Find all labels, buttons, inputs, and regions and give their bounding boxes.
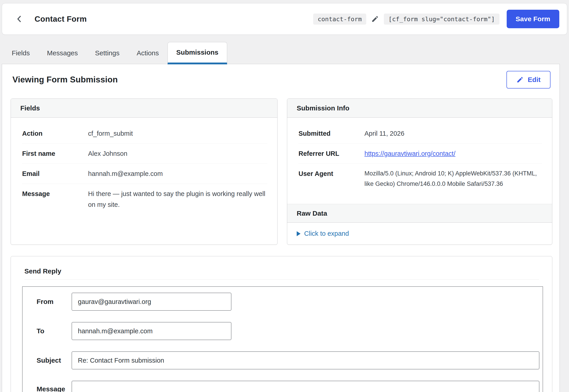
field-row-email: Email hannah.m@example.com	[22, 164, 267, 184]
pencil-icon	[371, 15, 379, 23]
reply-row-to: To	[37, 322, 540, 340]
raw-data-expand-toggle[interactable]: Click to expand	[297, 230, 349, 237]
to-label: To	[37, 327, 71, 335]
expand-label: Click to expand	[304, 230, 349, 237]
pencil-icon	[516, 76, 524, 83]
fields-card: Fields Action cf_form_submit First name …	[11, 98, 278, 245]
field-value: Hi there — just wanted to say the plugin…	[88, 188, 267, 210]
from-input[interactable]	[71, 293, 231, 311]
reply-row-from: From	[37, 293, 540, 311]
send-reply-title: Send Reply	[11, 256, 552, 276]
field-label: Message	[22, 188, 88, 210]
info-row-user-agent: User Agent Mozilla/5.0 (Linux; Android 1…	[299, 164, 542, 194]
message-textarea[interactable]	[71, 381, 540, 392]
submissions-panel: Viewing Form Submission Edit Fields Acti…	[2, 64, 560, 392]
field-value: hannah.m@example.com	[88, 168, 267, 179]
field-row-first-name: First name Alex Johnson	[22, 144, 267, 164]
edit-button-label: Edit	[528, 76, 541, 84]
submission-info-title: Submission Info	[287, 99, 552, 118]
field-value: cf_form_submit	[88, 128, 267, 139]
submission-cards: Fields Action cf_form_submit First name …	[11, 98, 552, 245]
from-label: From	[37, 298, 71, 306]
tab-actions[interactable]: Actions	[128, 42, 167, 64]
fields-card-title: Fields	[11, 99, 277, 118]
chevron-left-icon	[15, 14, 24, 24]
content-header: Viewing Form Submission Edit	[2, 64, 559, 88]
edit-submission-button[interactable]: Edit	[506, 71, 551, 88]
save-form-button[interactable]: Save Form	[507, 10, 559, 28]
edit-slug-button[interactable]	[371, 15, 379, 23]
field-label: First name	[22, 148, 88, 159]
tab-settings[interactable]: Settings	[86, 42, 128, 64]
subject-input[interactable]	[71, 351, 540, 369]
info-row-referrer: Referrer URL https://gauravtiwari.org/co…	[299, 144, 542, 164]
field-label: Action	[22, 128, 88, 139]
header-actions: contact-form [cf_form slug="contact-form…	[313, 10, 559, 28]
shortcode-badge: [cf_form slug="contact-form"]	[384, 14, 499, 25]
tab-fields[interactable]: Fields	[3, 42, 38, 64]
info-label: Submitted	[299, 128, 364, 139]
reply-form: From To Subject Message	[22, 286, 543, 392]
field-row-message: Message Hi there — just wanted to say th…	[22, 184, 267, 214]
raw-data-title: Raw Data	[287, 204, 552, 223]
subject-label: Subject	[37, 357, 71, 364]
info-label: User Agent	[299, 168, 364, 189]
reply-row-subject: Subject	[37, 351, 540, 369]
submission-info-body: Submitted April 11, 2026 Referrer URL ht…	[287, 118, 552, 204]
info-row-submitted: Submitted April 11, 2026	[299, 124, 542, 144]
triangle-right-icon	[297, 231, 301, 236]
message-label: Message	[37, 385, 71, 392]
send-reply-card: Send Reply From To Subject Message	[11, 256, 552, 392]
info-value: April 11, 2026	[364, 128, 542, 139]
tab-messages[interactable]: Messages	[38, 42, 86, 64]
to-input[interactable]	[71, 322, 231, 340]
info-value: https://gauravtiwari.org/contact/	[364, 148, 542, 159]
raw-data-row: Click to expand	[287, 223, 552, 245]
submission-info-card: Submission Info Submitted April 11, 2026…	[287, 98, 552, 245]
form-slug-badge: contact-form	[313, 14, 366, 25]
divider	[24, 279, 539, 280]
back-button[interactable]	[13, 13, 25, 25]
header-bar: Contact Form contact-form [cf_form slug=…	[2, 3, 567, 35]
view-title: Viewing Form Submission	[13, 75, 118, 84]
tab-submissions[interactable]: Submissions	[167, 42, 227, 64]
referrer-url-link[interactable]: https://gauravtiwari.org/contact/	[364, 150, 456, 157]
fields-card-body: Action cf_form_submit First name Alex Jo…	[11, 118, 277, 245]
tab-bar: Fields Messages Settings Actions Submiss…	[2, 42, 227, 64]
info-value: Mozilla/5.0 (Linux; Android 10; K) Apple…	[364, 168, 542, 189]
info-label: Referrer URL	[299, 148, 364, 159]
page-title: Contact Form	[35, 14, 87, 24]
field-label: Email	[22, 168, 88, 179]
reply-row-message: Message	[37, 381, 540, 392]
field-value: Alex Johnson	[88, 148, 267, 159]
field-row-action: Action cf_form_submit	[22, 124, 267, 144]
